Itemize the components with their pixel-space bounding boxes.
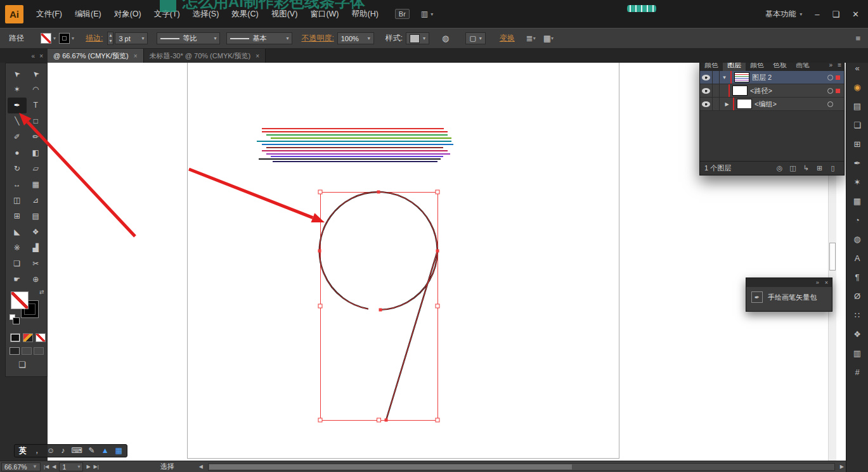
pen-tool[interactable]: ✒ — [8, 98, 27, 113]
panel-close-icon[interactable]: × — [825, 279, 828, 286]
align-options-icon[interactable]: ≣ — [526, 34, 533, 43]
color-button[interactable] — [10, 333, 20, 342]
menu-file[interactable]: 文件(F) — [30, 0, 68, 28]
transparency-panel-icon[interactable]: ◔ — [850, 214, 865, 226]
emoji-icon[interactable]: ☺ — [47, 444, 55, 457]
default-colors-icon[interactable] — [10, 314, 15, 320]
symbols-panel-icon[interactable]: ✶ — [850, 176, 865, 188]
slice-tool[interactable]: ✂ — [27, 256, 46, 272]
lock-toggle[interactable] — [713, 71, 720, 84]
paragraph-panel-icon[interactable]: ¶ — [850, 271, 865, 283]
opacity-panel-link[interactable]: 不透明度: — [301, 33, 334, 44]
layer-row[interactable]: ▼图层 2 — [700, 71, 844, 84]
color-panel-icon[interactable]: ◉ — [850, 81, 865, 93]
locate-object-icon[interactable]: ◎ — [773, 164, 786, 172]
free-transform-tool[interactable]: ▦ — [27, 177, 46, 193]
voice-input-icon[interactable]: ♪ — [61, 444, 65, 457]
stroke-weight-select[interactable]: 3 pt▾ — [115, 32, 148, 44]
make-clip-mask-icon[interactable]: ◫ — [786, 164, 800, 172]
paintbrush-tool[interactable]: ✐ — [8, 129, 27, 145]
layer-name[interactable]: <编组> — [755, 99, 777, 109]
character-panel-icon[interactable]: A — [850, 252, 865, 264]
bridge-button[interactable]: Br — [395, 9, 410, 19]
style-select[interactable]: ▾ — [406, 32, 429, 44]
color-line[interactable] — [262, 144, 453, 145]
horizontal-scrollbar[interactable] — [208, 463, 835, 471]
panel-expand-icon[interactable]: » — [816, 279, 819, 286]
width-tool[interactable]: ↔ — [8, 177, 27, 193]
type-tool[interactable]: T — [27, 98, 46, 113]
punctuation-icon[interactable]: ， — [33, 444, 41, 457]
lock-toggle[interactable] — [713, 98, 720, 110]
delete-layer-icon[interactable]: ▯ — [826, 164, 839, 172]
layer-row[interactable]: <路径> — [700, 84, 844, 98]
dock-close-icon[interactable]: × — [39, 53, 43, 60]
document-tab-2[interactable]: 未标题-30* @ 70% (CMYK/预览)× — [144, 49, 266, 63]
pathfinder-panel-icon[interactable]: ❖ — [850, 328, 865, 340]
pattern-panel-icon[interactable]: ▦ — [850, 195, 865, 207]
stroke-color-control[interactable]: ▾ — [59, 33, 74, 44]
pencil-tool[interactable]: ✏ — [27, 129, 46, 145]
artboard-tool[interactable]: ❏ — [8, 256, 27, 272]
color-line[interactable] — [266, 147, 443, 148]
align-panel-icon[interactable]: ∷ — [850, 309, 865, 321]
expander-icon[interactable]: ▶ — [723, 101, 730, 107]
info-panel-icon[interactable]: ▥ — [850, 347, 865, 359]
target-circle[interactable] — [827, 88, 833, 94]
expand-dock-panel-icon[interactable]: « — [850, 62, 865, 74]
blend-tool[interactable]: ❖ — [27, 224, 46, 240]
visibility-toggle[interactable] — [700, 71, 713, 84]
language-mode-icon[interactable]: 英 — [19, 444, 27, 457]
column-graph-tool[interactable]: ▟ — [27, 240, 46, 256]
last-artboard-button[interactable]: ▶| — [94, 464, 99, 469]
lock-toggle[interactable] — [713, 84, 720, 97]
expander-icon[interactable]: ▼ — [721, 75, 728, 80]
menu-edit[interactable]: 编辑(E) — [68, 0, 108, 28]
menu-select[interactable]: 选择(S) — [186, 0, 226, 28]
menu-effect[interactable]: 效果(C) — [225, 0, 264, 28]
gradient-button[interactable] — [23, 333, 33, 342]
scale-tool[interactable]: ▱ — [27, 161, 46, 177]
layer-name[interactable]: <路径> — [750, 86, 772, 96]
blob-brush-tool[interactable]: ● — [8, 145, 27, 161]
stroke-panel-link[interactable]: 描边: — [86, 33, 103, 44]
layers-panel-icon[interactable]: ▤ — [850, 100, 865, 112]
color-line[interactable] — [266, 134, 448, 136]
brush-pack-panel-body[interactable]: ✒ 手绘画笔矢量包 — [746, 287, 832, 307]
line-segment-tool[interactable]: ╲ — [8, 113, 27, 129]
fill-color-swatch[interactable] — [11, 291, 29, 309]
horizontal-scrollbar-thumb[interactable] — [209, 464, 572, 469]
arrange-documents-icon[interactable]: ▥ — [421, 10, 429, 18]
visibility-toggle[interactable] — [700, 84, 713, 97]
color-line[interactable] — [271, 156, 443, 157]
restore-button[interactable]: ❏ — [832, 10, 839, 19]
arrange-icon[interactable]: ▦ — [543, 34, 551, 43]
appearance-panel-icon[interactable]: Ø — [850, 290, 865, 302]
screen-mode-button[interactable]: ❏ — [18, 360, 26, 369]
layer-row[interactable]: ▶<编组> — [700, 98, 844, 111]
artboards-panel-icon[interactable]: ❏ — [850, 119, 865, 131]
soft-keyboard-icon[interactable]: ⌨ — [71, 444, 82, 457]
mesh-tool[interactable]: ⊞ — [8, 208, 27, 224]
stroke-weight-stepper[interactable]: ▴▾ — [107, 32, 113, 45]
fill-color-control[interactable]: ▾ — [41, 33, 56, 44]
color-line[interactable] — [262, 128, 444, 129]
color-line[interactable] — [257, 141, 451, 142]
draw-inside-button[interactable] — [34, 347, 44, 355]
prev-artboard-button[interactable]: ◀ — [52, 464, 56, 469]
color-line[interactable] — [273, 161, 437, 162]
workspace-switcher[interactable]: 基本功能 ▾ — [765, 9, 802, 20]
menu-view[interactable]: 视图(V) — [265, 0, 304, 28]
brush-definition-select[interactable]: 基本▾ — [226, 32, 292, 44]
arrange-documents-caret[interactable]: ▾ — [431, 11, 433, 17]
draw-behind-button[interactable] — [22, 347, 32, 355]
eyedropper-tool[interactable]: ◣ — [8, 224, 27, 240]
dock-collapse-icon[interactable]: « — [32, 53, 36, 60]
shape-builder-tool[interactable]: ◫ — [8, 193, 27, 208]
symbol-sprayer-tool[interactable]: ※ — [8, 240, 27, 256]
close-button[interactable]: ✕ — [852, 10, 859, 19]
eraser-tool[interactable]: ◧ — [27, 145, 46, 161]
vertical-scrollbar-thumb[interactable] — [829, 243, 836, 271]
zoom-select[interactable]: 66.67% ▼ — [1, 462, 41, 471]
align-options-caret[interactable]: ▾ — [533, 35, 536, 41]
